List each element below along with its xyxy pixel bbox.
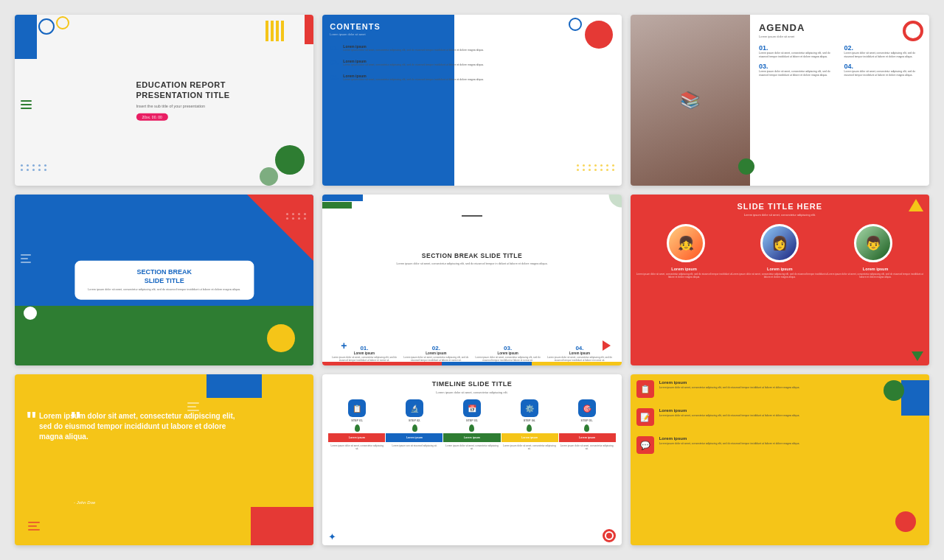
slide-1-subtitle: Insert the sub title of your presentatio… <box>136 103 230 108</box>
deco-red-bar <box>322 362 442 365</box>
item-num: 01. <box>330 44 343 52</box>
item-num: 01. <box>328 345 400 351</box>
item-text: Lorem ipsum dolor sit amet, consectetur … <box>400 356 472 362</box>
step-text: Lorem ipsum con sit eiusmod adipiscing s… <box>386 444 443 450</box>
section-break-box: SECTION BREAK SLIDE TITLE Lorem ipsum do… <box>74 261 254 300</box>
steps-row: 📋 STEP 01. 🔬 STEP 02. 📅 STEP 03. ⚙️ STEP… <box>328 399 615 422</box>
agenda-grid: 01. Lorem ipsum dolor sit amet, consecte… <box>759 44 926 77</box>
slide-2: CONTENTS Lorem ipsum dolor sit amet 01. … <box>322 15 621 186</box>
drop-icon <box>412 424 417 432</box>
slide-1: EDUCATION REPORT PRESENTATION TITLE Inse… <box>15 15 313 186</box>
item-num: 02. <box>330 59 343 66</box>
deco-green-triangle <box>912 351 923 361</box>
deco-blue-bar-bottom <box>442 362 532 365</box>
step-1: 📋 STEP 01. <box>328 399 386 422</box>
item-text: Lorem ipsum dolor sit amet, consectetur … <box>343 63 484 67</box>
deco-target-center <box>606 533 612 539</box>
caption-1: Lorem ipsum Lorem ipsum dolor sit amet, … <box>636 267 732 279</box>
slide-9-items: 📋 Lorem ipsum Lorem ipsum dolor sit amet… <box>636 380 874 454</box>
item-text: Lorem ipsum dolor sit amet, consectetur … <box>544 356 615 362</box>
item-text: Lorem ipsum dolor sit amet, consectetur … <box>328 356 400 362</box>
step-label: STEP 03. <box>443 419 501 422</box>
feature-item: 💬 Lorem ipsum Lorem ipsum dolor sit amet… <box>636 436 874 454</box>
slide-3-subtitle: Lorem ipsum dolor sit amet <box>759 35 794 38</box>
deco-yellow-bar-bottom <box>532 362 622 365</box>
slide-6: SLIDE TITLE HERE Lorem ipsum dolor sit a… <box>631 195 929 365</box>
deco-red-triangle <box>247 195 313 261</box>
feature-item: 📝 Lorem ipsum Lorem ipsum dolor sit amet… <box>636 408 874 426</box>
deco-yellow-lines <box>266 21 284 41</box>
slide-5: SECTION BREAK SLIDE TITLE Lorem ipsum do… <box>322 195 621 365</box>
deco-yellow-triangle <box>909 199 923 211</box>
slide-5-title: SECTION BREAK SLIDE TITLE <box>345 252 600 259</box>
agenda-num: 01. <box>759 44 841 52</box>
agenda-item: 01. Lorem ipsum dolor sit amet, consecte… <box>759 44 841 59</box>
list-item: 02. Lorem ipsumLorem ipsum dolor sit ame… <box>330 59 615 67</box>
photo-panel: 📚 <box>631 15 750 186</box>
drop-icon <box>584 424 589 432</box>
deco-dots <box>21 164 48 171</box>
item-text: Lorem ipsum dolor sit amet, consectetur … <box>472 356 544 362</box>
list-item: 03. Lorem ipsumLorem ipsum dolor sit ame… <box>330 74 615 82</box>
feature-text: Lorem ipsum dolor sit amet, consectetur … <box>659 442 800 446</box>
slide-1-content: EDUCATION REPORT PRESENTATION TITLE Inse… <box>136 80 230 122</box>
deco-plus-icon: + <box>341 340 347 351</box>
item-num: 03. <box>472 345 544 351</box>
bar-label: Lorem ipsum <box>443 433 500 442</box>
agenda-text: Lorem ipsum dolor sit amet, consectetur … <box>759 70 841 77</box>
deco-waves <box>21 100 32 109</box>
item-col: 03. Lorem ipsum Lorem ipsum dolor sit am… <box>472 345 544 362</box>
agenda-text: Lorem ipsum dolor sit amet, consectetur … <box>759 52 841 59</box>
caption-3: Lorem ipsum Lorem ipsum dolor sit amet, … <box>827 267 923 279</box>
deco-green-circle <box>275 145 305 175</box>
step-text: Lorem ipsum dolor sit amet, consectetur … <box>501 444 558 450</box>
step-icon: 🎯 <box>578 399 596 417</box>
photo-3: 👦 <box>854 224 892 262</box>
slide-4: SECTION BREAK SLIDE TITLE Lorem ipsum do… <box>15 195 313 365</box>
drops-row <box>328 424 615 432</box>
step-label: STEP 04. <box>501 419 558 422</box>
slide-5-content: SECTION BREAK SLIDE TITLE Lorem ipsum do… <box>345 252 600 267</box>
slide-4-subtitle: Lorem ipsum dolor sit amet, consectetur … <box>85 288 243 292</box>
drop-icon <box>355 424 360 432</box>
item-num: 03. <box>330 74 343 81</box>
deco-white-circle <box>24 307 37 320</box>
deco-blue-rect <box>206 374 262 398</box>
slide-7: " " Lorem ipsum dolor sit amet, consecte… <box>15 374 313 545</box>
deco-red-circle <box>895 511 916 532</box>
slide-3-title: AGENDA <box>759 22 805 33</box>
deco-target-icon <box>603 529 616 542</box>
item-text: Lorem ipsum dolor sit amet, consectetur … <box>343 78 484 82</box>
feature-icon: 📝 <box>636 408 654 426</box>
bar-label: Lorem ipsum <box>559 433 616 442</box>
agenda-num: 03. <box>759 63 841 70</box>
item-col: 02. Lorem ipsum Lorem ipsum dolor sit am… <box>400 345 472 362</box>
slide-3: 📚 AGENDA Lorem ipsum dolor sit amet 01. … <box>631 15 929 186</box>
step-text: Lorem ipsum dolor sit amet, consectetur … <box>443 444 501 450</box>
slide-4-title: SECTION BREAK SLIDE TITLE <box>85 268 243 285</box>
step-2: 🔬 STEP 02. <box>386 399 443 422</box>
slide-1-title: EDUCATION REPORT PRESENTATION TITLE <box>136 80 230 101</box>
step-label: STEP 02. <box>386 419 443 422</box>
deco-bottom-bar <box>322 362 621 365</box>
agenda-num: 04. <box>844 63 926 70</box>
deco-blue-bar <box>322 195 363 201</box>
item-col: 01. Lorem ipsum Lorem ipsum dolor sit am… <box>328 345 400 362</box>
captions-row: Lorem ipsum Lorem ipsum dolor sit amet, … <box>631 267 929 279</box>
step-text: Lorem ipsum dolor sit amet, consectetur … <box>328 444 386 450</box>
slide-8-subtitle: Lorem ipsum dolor sit amet, consectetur … <box>322 391 621 394</box>
deco-red-rect <box>251 507 313 545</box>
slide-2-items: 01. Lorem ipsumLorem ipsum dolor sit ame… <box>330 44 615 82</box>
deco-star-icon: ✦ <box>328 531 336 542</box>
deco-red-rect <box>305 15 313 44</box>
list-item: 01. Lorem ipsumLorem ipsum dolor sit ame… <box>330 44 615 52</box>
step-icon: 🔬 <box>406 399 423 417</box>
step-texts: Lorem ipsum dolor sit amet, consectetur … <box>328 444 615 450</box>
feature-title: Lorem ipsum <box>659 436 800 441</box>
step-3: 📅 STEP 03. <box>443 399 501 422</box>
caption-title: Lorem ipsum <box>732 267 827 271</box>
agenda-text: Lorem ipsum dolor sit amet, consectetur … <box>844 70 926 77</box>
deco-dots <box>286 213 308 220</box>
caption-text: Lorem ipsum dolor sit amet, consectetur … <box>827 273 923 279</box>
deco-circle-yellow <box>56 16 69 29</box>
